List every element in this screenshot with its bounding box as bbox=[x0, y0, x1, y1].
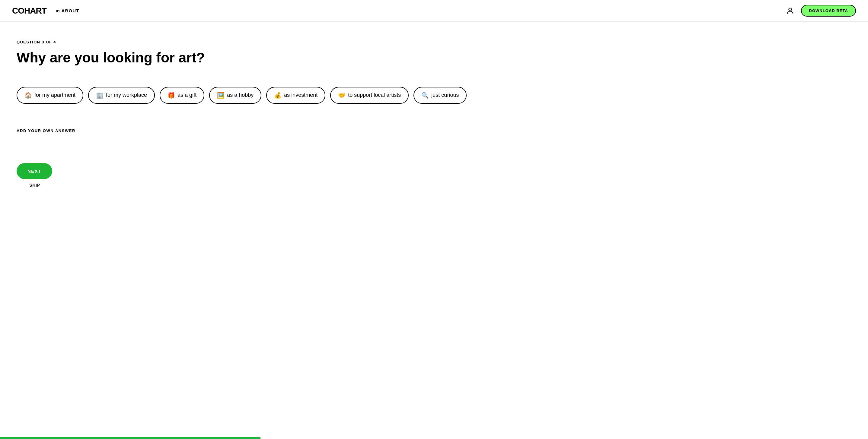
nav-number: 01 bbox=[56, 9, 60, 13]
svg-point-0 bbox=[789, 8, 792, 10]
option-emoji: 🏠 bbox=[25, 92, 32, 99]
user-icon[interactable] bbox=[785, 6, 795, 16]
logo: COHART bbox=[12, 6, 46, 16]
bottom-actions: NEXT SKIP bbox=[17, 163, 851, 188]
progress-bar bbox=[0, 437, 260, 439]
option-emoji: 🤝 bbox=[338, 92, 346, 99]
option-label: as investment bbox=[284, 92, 317, 98]
option-emoji: 🔍 bbox=[421, 92, 429, 99]
question-label: QUESTION 3 OF 4 bbox=[17, 40, 851, 44]
option-pill[interactable]: 🔍just curious bbox=[413, 87, 467, 104]
main-content: QUESTION 3 OF 4 Why are you looking for … bbox=[0, 22, 868, 212]
header: COHART 01ABOUT DOWNLOAD BETA bbox=[0, 0, 868, 22]
option-pill[interactable]: 🏢for my workplace bbox=[88, 87, 155, 104]
nav-about: 01ABOUT bbox=[56, 8, 80, 13]
option-emoji: 🖼️ bbox=[217, 92, 224, 99]
option-emoji: 🏢 bbox=[96, 92, 103, 99]
option-label: just curious bbox=[431, 92, 459, 98]
next-button[interactable]: NEXT bbox=[17, 163, 52, 179]
skip-link[interactable]: SKIP bbox=[17, 183, 53, 188]
header-right: DOWNLOAD BETA bbox=[785, 5, 856, 16]
nav-label: ABOUT bbox=[61, 8, 79, 13]
option-label: as a gift bbox=[178, 92, 196, 98]
download-beta-button[interactable]: DOWNLOAD BETA bbox=[801, 5, 856, 16]
header-left: COHART 01ABOUT bbox=[12, 6, 80, 16]
option-pill[interactable]: 🏠for my apartment bbox=[17, 87, 83, 104]
options-row: 🏠for my apartment🏢for my workplace🎁as a … bbox=[17, 87, 851, 104]
option-emoji: 💰 bbox=[274, 92, 282, 99]
option-label: to support local artists bbox=[348, 92, 401, 98]
option-label: as a hobby bbox=[227, 92, 253, 98]
option-pill[interactable]: 💰as investment bbox=[266, 87, 326, 104]
option-pill[interactable]: 🤝to support local artists bbox=[330, 87, 409, 104]
add-own-answer-button[interactable]: ADD YOUR OWN ANSWER bbox=[17, 129, 75, 133]
option-label: for my apartment bbox=[34, 92, 75, 98]
option-label: for my workplace bbox=[106, 92, 147, 98]
option-emoji: 🎁 bbox=[167, 92, 175, 99]
option-pill[interactable]: 🖼️as a hobby bbox=[209, 87, 261, 104]
option-pill[interactable]: 🎁as a gift bbox=[160, 87, 204, 104]
question-title: Why are you looking for art? bbox=[17, 50, 851, 66]
